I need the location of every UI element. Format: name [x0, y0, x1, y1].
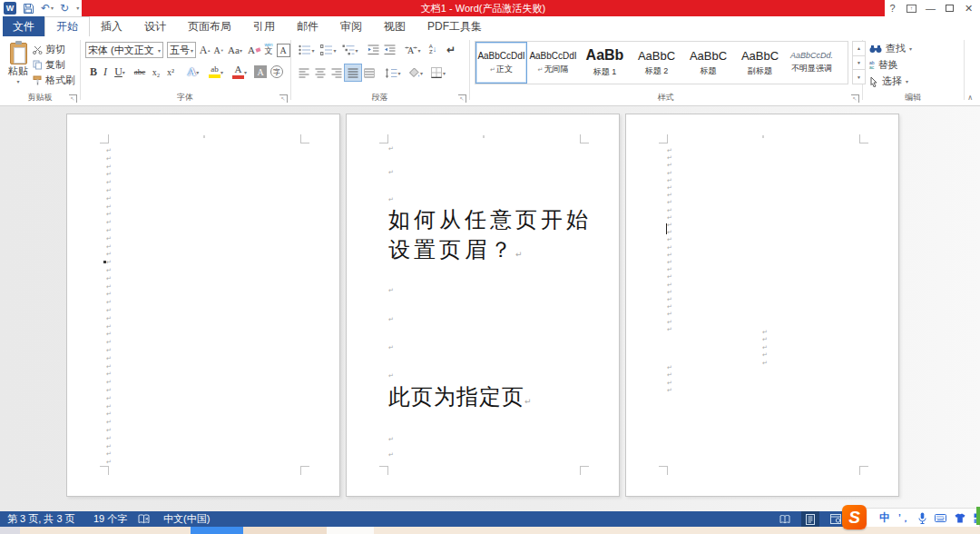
sogou-logo[interactable]: S — [842, 505, 867, 529]
ribbon-display-options-button[interactable]: ↑ — [902, 1, 921, 16]
replace-button[interactable]: abac 替换 — [869, 58, 898, 72]
numbering-button[interactable]: ▾ — [318, 42, 339, 58]
show-marks-button[interactable]: ↵ — [443, 42, 459, 58]
save-button[interactable] — [23, 3, 34, 15]
paragraph-dialog-launcher[interactable]: ↘ — [458, 94, 466, 103]
style-item-无间隔[interactable]: AaBbCcDdI↵无间隔 — [527, 42, 579, 84]
line-spacing-button[interactable]: ▾ — [381, 64, 405, 81]
align-center-button[interactable] — [312, 64, 328, 81]
styles-gallery: AaBbCcDdI↵正文AaBbCcDdI↵无间隔AaBb标题 1AaBbC标题… — [475, 41, 848, 84]
clear-formatting-button[interactable]: A — [247, 42, 261, 58]
tab-设计[interactable]: 设计 — [133, 16, 177, 36]
paint-bucket-icon — [408, 67, 420, 78]
tab-PDF工具集[interactable]: PDF工具集 — [416, 16, 493, 36]
character-shading-button[interactable]: A — [252, 64, 269, 80]
ime-skin-button[interactable] — [955, 513, 965, 523]
style-item-标题 2[interactable]: AaBbC标题 2 — [631, 42, 682, 84]
change-case-button[interactable]: Aa▾ — [225, 42, 245, 58]
font-size-combo[interactable]: 五号▾ — [167, 42, 196, 58]
text-highlight-button[interactable]: ab▾ — [205, 64, 227, 80]
bullets-button[interactable]: ▾ — [296, 42, 318, 58]
bold-button[interactable]: B — [87, 64, 100, 80]
font-dialog-launcher[interactable]: ↘ — [279, 94, 288, 103]
underline-button[interactable]: U▾ — [111, 64, 129, 80]
tab-file[interactable]: 文件 — [3, 16, 44, 36]
paragraph-mark: ↵ — [106, 347, 112, 353]
clipboard-dialog-launcher[interactable]: ↘ — [69, 94, 77, 103]
style-item-不明显强调[interactable]: AaBbCcDd.不明显强调 — [786, 42, 838, 84]
find-button[interactable]: 查找▾ — [869, 42, 912, 55]
enclose-characters-button[interactable]: 字 — [269, 64, 285, 80]
qat-customize-button[interactable]: ▾ — [76, 2, 79, 15]
restore-button[interactable] — [940, 1, 959, 16]
italic-button[interactable]: I — [100, 64, 111, 80]
character-border-button[interactable]: A — [276, 42, 290, 58]
heading-line-1[interactable]: 如何从任意页开始 — [388, 205, 597, 235]
align-right-button[interactable] — [328, 64, 345, 81]
subscript-button[interactable]: x₂ — [149, 64, 163, 80]
style-item-标题[interactable]: AaBbC标题 — [682, 42, 734, 84]
paragraph-mark: ↵ — [667, 364, 672, 371]
ime-mode-button[interactable]: 中 — [879, 510, 890, 526]
document-body-line[interactable]: 此页为指定页↵ — [388, 383, 532, 415]
page-1[interactable]: ↵↵↵↵↵↵↵↵↵↵↵↵↵↵↵↵↵↵↵↵↵↵↵↵↵↵↵↵↵↵↵↵↵↵↵↵↵↵↵↵ — [66, 114, 340, 497]
page-indicator[interactable]: 第 3 页, 共 3 页 — [7, 511, 75, 527]
style-item-正文[interactable]: AaBbCcDdI↵正文 — [475, 42, 527, 84]
restore-icon — [946, 5, 954, 12]
language-indicator[interactable]: 中文(中国) — [163, 511, 210, 527]
cursor-arrow-icon — [869, 76, 878, 87]
font-color-button[interactable]: A▾ — [229, 64, 250, 80]
proofing-status[interactable] — [138, 511, 150, 527]
tab-页面布局[interactable]: 页面布局 — [177, 16, 242, 36]
page-2[interactable]: 如何从任意页开始 设置页眉？↵ 此页为指定页↵ ↵↵↵↵↵↵↵↵↵ — [346, 114, 620, 497]
styles-dialog-launcher[interactable]: ↘ — [851, 94, 859, 103]
heading-line-2[interactable]: 设置页眉？↵ — [388, 235, 597, 270]
tab-引用[interactable]: 引用 — [242, 16, 286, 36]
shading-button[interactable]: ▾ — [405, 64, 426, 81]
read-mode-button[interactable] — [776, 511, 794, 527]
format-painter-button[interactable]: 格式刷 — [33, 74, 75, 87]
redo-button[interactable]: ↻ — [60, 2, 69, 15]
borders-button[interactable]: ▾ — [426, 64, 450, 81]
font-name-combo[interactable]: 宋体 (中文正文▾ — [85, 42, 163, 58]
minimize-button[interactable]: — — [921, 1, 940, 16]
paragraph-mark: ↵ — [388, 287, 394, 293]
grow-font-button[interactable]: A — [198, 42, 212, 58]
tab-邮件[interactable]: 邮件 — [286, 16, 329, 36]
close-button[interactable]: ✕ — [959, 1, 978, 16]
increase-indent-button[interactable] — [381, 42, 397, 58]
ime-punctuation-button[interactable]: ’， — [898, 512, 910, 525]
word-count[interactable]: 19 个字 — [93, 511, 127, 527]
justify-button[interactable] — [345, 64, 361, 81]
style-sample: AaBbC — [638, 49, 675, 63]
page-3[interactable]: ↵↵↵↵↵↵↵↵↵↵↵↵↵↵↵↵↵↵↵↵↵↵↵↵↵↵↵↵↵↵↵↵↵↵ — [625, 114, 899, 497]
sort-button[interactable]: AZ ↓ — [425, 41, 441, 57]
asian-layout-button[interactable]: A▾ — [401, 42, 425, 58]
superscript-button[interactable]: x² — [163, 64, 178, 80]
select-button[interactable]: 选择▾ — [869, 74, 908, 88]
help-button[interactable]: ? — [883, 1, 902, 16]
ime-voice-button[interactable] — [918, 512, 926, 524]
text-effects-button[interactable]: A▾ — [183, 64, 203, 80]
shrink-font-button[interactable]: A — [212, 42, 225, 58]
tab-开始[interactable]: 开始 — [44, 16, 90, 36]
multilevel-list-button[interactable]: ▾ — [339, 42, 361, 58]
cut-button[interactable]: 剪切 — [33, 43, 65, 56]
style-item-副标题[interactable]: AaBbC副标题 — [734, 42, 786, 84]
undo-button[interactable]: ↶▾ — [41, 2, 54, 15]
ime-keyboard-button[interactable] — [935, 514, 946, 522]
tab-审阅[interactable]: 审阅 — [329, 16, 373, 36]
tab-视图[interactable]: 视图 — [373, 16, 416, 36]
style-item-标题 1[interactable]: AaBb标题 1 — [579, 42, 631, 84]
phonetic-guide-button[interactable]: wén文 — [261, 41, 276, 57]
decrease-indent-button[interactable] — [365, 42, 381, 58]
strikethrough-button[interactable]: abc — [131, 64, 149, 80]
tab-插入[interactable]: 插入 — [90, 16, 133, 36]
distribute-button[interactable] — [361, 64, 377, 81]
document-heading[interactable]: 如何从任意页开始 设置页眉？↵ — [388, 205, 597, 270]
copy-button[interactable]: 复制 — [33, 58, 65, 72]
align-left-button[interactable] — [296, 64, 312, 81]
print-layout-button[interactable] — [801, 511, 819, 527]
collapse-ribbon-button[interactable]: ∧ — [967, 94, 973, 102]
paste-button[interactable]: 粘贴 ▾ — [5, 41, 32, 97]
